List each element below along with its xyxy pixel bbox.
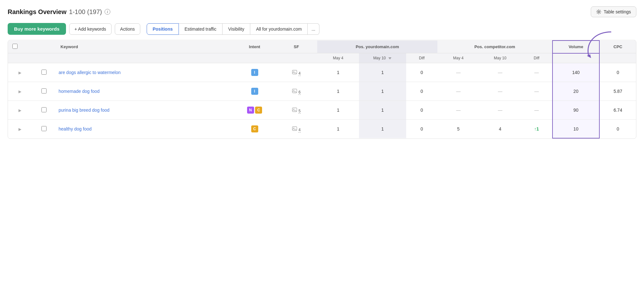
th-sf: SF: [275, 41, 317, 53]
sf-count[interactable]: 6: [298, 90, 301, 95]
expand-cell[interactable]: ▶: [8, 101, 32, 120]
pos-competitor-may10: —: [479, 101, 521, 120]
pos-competitor-diff: —: [521, 101, 552, 120]
sf-count[interactable]: 5: [298, 109, 301, 114]
table-settings-label: Table settings: [604, 9, 631, 14]
keyword-cell: purina big breed dog food: [56, 101, 234, 120]
volume-cell: 90: [553, 101, 599, 120]
pos-yourdomain-diff: 0: [406, 101, 437, 120]
th-may10-yourdomain[interactable]: May 10: [359, 53, 406, 63]
intent-badge-c: C: [255, 107, 262, 114]
th-diff-yourdomain: Diff: [406, 53, 437, 63]
th-pos-yourdomain: Pos. yourdomain.com: [317, 41, 437, 53]
intent-cell: N C: [234, 101, 275, 120]
pos-yourdomain-may4: 1: [317, 101, 359, 120]
row-checkbox[interactable]: [41, 126, 47, 131]
expand-cell[interactable]: ▶: [8, 82, 32, 101]
gear-icon: [596, 9, 601, 14]
pos-yourdomain-may10: 1: [359, 82, 406, 101]
th-may4-yourdomain[interactable]: May 4: [317, 53, 359, 63]
sf-cell: 6: [275, 82, 317, 101]
row-checkbox[interactable]: [41, 70, 47, 75]
th-diff-competitor: Diff: [521, 53, 552, 63]
intent-cell: I: [234, 63, 275, 82]
intent-cell: I: [234, 82, 275, 101]
table-row: ▶homemade dog foodI 6 110———205.87: [8, 82, 636, 101]
diff-up-badge: ↑1: [534, 126, 539, 131]
tab-visibility[interactable]: Visibility: [223, 23, 250, 35]
intent-badge-i: I: [251, 69, 258, 76]
pos-yourdomain-diff: 0: [406, 63, 437, 82]
keyword-link[interactable]: purina big breed dog food: [59, 108, 110, 113]
volume-cell: 140: [553, 63, 599, 82]
tab-more[interactable]: ...: [308, 23, 319, 35]
select-all-checkbox[interactable]: [12, 44, 18, 49]
expand-arrow-icon[interactable]: ▶: [18, 108, 23, 113]
expand-arrow-icon[interactable]: ▶: [18, 71, 23, 75]
th-may10-competitor[interactable]: May 10: [479, 53, 521, 63]
pos-yourdomain-may4: 1: [317, 120, 359, 138]
volume-cell: 20: [553, 82, 599, 101]
tab-positions[interactable]: Positions: [147, 23, 179, 35]
info-icon[interactable]: i: [105, 9, 110, 15]
pos-yourdomain-may4: 1: [317, 82, 359, 101]
table-row: ▶purina big breed dog foodN C 5 110———90…: [8, 101, 636, 120]
pos-yourdomain-diff: 0: [406, 82, 437, 101]
volume-cell: 10: [553, 120, 599, 138]
cpc-cell: 0: [599, 63, 636, 82]
expand-arrow-icon[interactable]: ▶: [18, 127, 23, 131]
row-checkbox[interactable]: [41, 107, 47, 112]
pos-yourdomain-may10: 1: [359, 120, 406, 138]
buy-keywords-button[interactable]: Buy more keywords: [8, 23, 66, 35]
table-row: ▶healthy dog foodC 4 11054↑1100: [8, 120, 636, 138]
pos-competitor-diff: ↑1: [521, 120, 552, 138]
th-check: [8, 41, 56, 53]
pos-competitor-may10: 4: [479, 120, 521, 138]
sf-image-icon: [292, 70, 297, 75]
cpc-cell: 6.74: [599, 101, 636, 120]
keyword-cell: healthy dog food: [56, 120, 234, 138]
th-intent: Intent: [234, 41, 275, 53]
pos-competitor-may4: 5: [437, 120, 479, 138]
pos-competitor-may4: —: [437, 63, 479, 82]
pos-yourdomain-may10: 1: [359, 63, 406, 82]
pos-yourdomain-may10: 1: [359, 101, 406, 120]
tab-estimated-traffic[interactable]: Estimated traffic: [179, 23, 223, 35]
toolbar: Buy more keywords + Add keywords Actions…: [8, 23, 636, 35]
pos-yourdomain-diff: 0: [406, 120, 437, 138]
keyword-cell: homemade dog food: [56, 82, 234, 101]
intent-cell: C: [234, 120, 275, 138]
intent-badge-c: C: [251, 125, 258, 132]
row-checkbox[interactable]: [41, 88, 47, 93]
sf-cell: 5: [275, 101, 317, 120]
sf-count[interactable]: 4: [298, 128, 301, 132]
table-settings-button[interactable]: Table settings: [591, 6, 636, 17]
pos-competitor-may4: —: [437, 82, 479, 101]
expand-cell[interactable]: ▶: [8, 120, 32, 138]
expand-arrow-icon[interactable]: ▶: [18, 89, 23, 94]
tab-all-domain[interactable]: All for yourdomain.com: [250, 23, 308, 35]
pos-competitor-may4: —: [437, 101, 479, 120]
th-pos-competitor: Pos. competitor.com: [437, 41, 553, 53]
rankings-table: Keyword Intent SF Pos. yourdomain.com Po: [8, 40, 636, 139]
th-may4-competitor[interactable]: May 4: [437, 53, 479, 63]
sort-icon[interactable]: [388, 56, 392, 60]
sf-count[interactable]: 4: [298, 71, 301, 76]
title-text: Rankings Overview: [8, 8, 67, 16]
cpc-cell: 0: [599, 120, 636, 138]
table-row: ▶are dogs allergic to watermelonI 4 110—…: [8, 63, 636, 82]
keyword-link[interactable]: healthy dog food: [59, 126, 92, 131]
add-keywords-button[interactable]: + Add keywords: [69, 23, 112, 35]
range-text: 1-100 (197): [69, 8, 102, 16]
sf-cell: 4: [275, 120, 317, 138]
th-keyword: Keyword: [56, 41, 234, 53]
keyword-link[interactable]: homemade dog food: [59, 89, 99, 94]
th-volume: Volume: [553, 41, 599, 53]
svg-point-0: [598, 11, 600, 13]
sf-image-icon: [292, 126, 297, 131]
table-section: Keyword Intent SF Pos. yourdomain.com Po: [8, 40, 636, 139]
expand-cell[interactable]: ▶: [8, 63, 32, 82]
sf-image-icon: [292, 107, 297, 112]
actions-button[interactable]: Actions: [115, 23, 140, 35]
keyword-link[interactable]: are dogs allergic to watermelon: [59, 70, 121, 75]
